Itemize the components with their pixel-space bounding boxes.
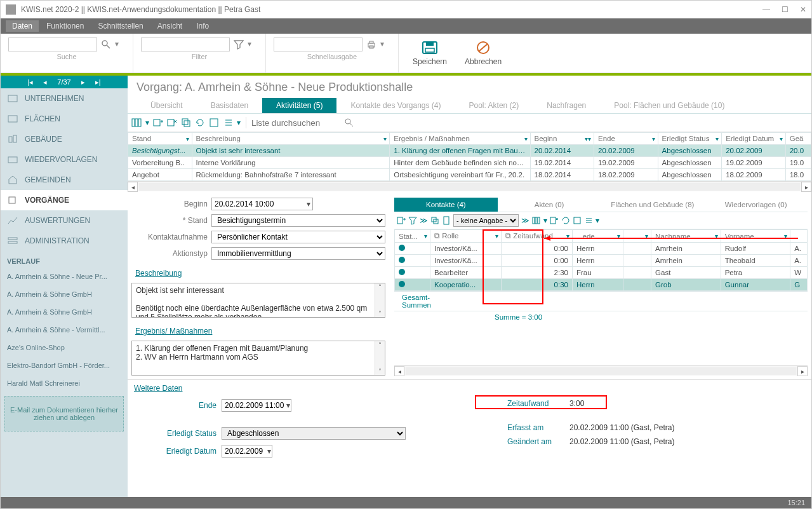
expand-icon[interactable] bbox=[573, 216, 582, 225]
table-row[interactable]: Bearbeiter2:30FrauGastPetraW bbox=[395, 267, 808, 279]
table-row[interactable]: Besichtigungst...Objekt ist sehr interes… bbox=[128, 145, 811, 157]
refresh-icon[interactable] bbox=[561, 216, 570, 225]
scroll-up-icon[interactable]: ˄ bbox=[378, 341, 382, 348]
tab-uebersicht[interactable]: Übersicht bbox=[136, 98, 197, 113]
verlauf-item[interactable]: Elektro-Bandorf GmbH - Förder... bbox=[1, 356, 128, 374]
sidebar-item-unternehmen[interactable]: UNTERNEHMEN bbox=[1, 88, 128, 109]
select-erl-status[interactable]: Abgeschlossen bbox=[222, 427, 406, 440]
verlauf-item[interactable]: Harald Matl Schreinerei bbox=[1, 374, 128, 392]
kcol-nachname[interactable]: Nachname▾ bbox=[651, 230, 721, 243]
chevron-down-icon[interactable]: ▾ bbox=[307, 200, 310, 208]
minimize-icon[interactable]: — bbox=[762, 5, 770, 14]
kcol-blank[interactable]: ...▾ bbox=[623, 230, 651, 243]
kcol-status[interactable]: Stat...▾ bbox=[395, 230, 430, 243]
sidebar-item-administration[interactable]: ADMINISTRATION bbox=[1, 231, 128, 251]
input-ende[interactable] bbox=[222, 399, 291, 412]
close-icon[interactable]: ✕ bbox=[800, 5, 806, 14]
remove-row-icon[interactable] bbox=[167, 118, 177, 128]
tab-pool-flaechen[interactable]: Pool: Flächen und Gebäude (10) bbox=[600, 98, 738, 113]
select-aktion[interactable]: Immobilienvermittlung bbox=[211, 247, 385, 260]
sidebar-item-gebaeude[interactable]: GEBÄUDE bbox=[1, 129, 128, 149]
select-stand[interactable]: Besichtigungstermin bbox=[211, 214, 385, 227]
kcol-anrede[interactable]: ...ede...▾ bbox=[572, 230, 623, 243]
save-button[interactable]: Speichern bbox=[413, 41, 447, 66]
search-icon[interactable] bbox=[101, 39, 111, 50]
nav-last-icon[interactable]: ▸| bbox=[95, 78, 101, 86]
scroll-up-icon[interactable]: ˄ bbox=[378, 283, 382, 290]
tab-aktivitaeten[interactable]: Aktivitäten (5) bbox=[262, 98, 336, 113]
menu-info[interactable]: Info bbox=[190, 20, 215, 32]
menu-funktionen[interactable]: Funktionen bbox=[40, 20, 90, 32]
quick-input[interactable] bbox=[274, 37, 363, 51]
filter-icon[interactable] bbox=[234, 39, 244, 50]
copy-icon[interactable] bbox=[181, 118, 191, 128]
expand-icon[interactable] bbox=[209, 118, 219, 128]
grid-hscroll[interactable]: ◂ ▸ bbox=[128, 181, 811, 191]
sidebar-item-vorgaenge[interactable]: VORGÄNGE bbox=[1, 190, 128, 210]
doc-icon[interactable] bbox=[442, 216, 451, 225]
copy-icon[interactable] bbox=[430, 216, 439, 225]
kcol-vorname[interactable]: Vorname▾ bbox=[721, 230, 790, 243]
verlauf-item[interactable]: A. Amrhein & Söhne - Neue Pr... bbox=[1, 268, 128, 285]
scroll-down-icon[interactable]: ˅ bbox=[378, 310, 382, 317]
input-beginn[interactable] bbox=[211, 198, 313, 210]
refresh-icon[interactable] bbox=[195, 118, 205, 128]
nav-first-icon[interactable]: |◂ bbox=[27, 78, 33, 86]
kcol-last[interactable] bbox=[790, 230, 808, 243]
scroll-left-icon[interactable]: ◂ bbox=[128, 182, 138, 192]
list-icon[interactable] bbox=[223, 118, 233, 128]
col-erl-datum[interactable]: Erledigt Datum▾ bbox=[722, 133, 786, 145]
cancel-button[interactable]: Abbrechen bbox=[465, 41, 502, 66]
col-ende[interactable]: Ende▾ bbox=[594, 133, 658, 145]
nav-prev-icon[interactable]: ◂ bbox=[43, 78, 47, 86]
tab-kontakte-vorgang[interactable]: Kontakte des Vorgangs (4) bbox=[336, 98, 455, 113]
verlauf-item[interactable]: A. Amrhein & Söhne GmbH bbox=[1, 303, 128, 321]
col-geaendert[interactable]: Geä bbox=[785, 133, 811, 145]
list-dropdown-icon[interactable]: ▾ bbox=[237, 118, 241, 127]
menu-daten[interactable]: Daten bbox=[6, 20, 39, 32]
table-row[interactable]: AngebotRückmeldung: Bahnhofstraße 7 inte… bbox=[128, 169, 811, 181]
col-ergebnis[interactable]: Ergebnis / Maßnahmen▾ bbox=[390, 133, 530, 145]
tab-basisdaten[interactable]: Basisdaten bbox=[197, 98, 262, 113]
subtab-kontakte[interactable]: Kontakte (4) bbox=[394, 198, 498, 212]
sidebar-item-wiedervorlagen[interactable]: WIEDERVORLAGEN bbox=[1, 149, 128, 170]
textarea-beschreibung[interactable]: Objekt ist sehr interessant Benötigt noc… bbox=[131, 283, 385, 318]
maximize-icon[interactable]: ☐ bbox=[782, 5, 789, 14]
textarea-ergebnis[interactable]: 1. Klärung der offenen Fragen mit Bauamt… bbox=[131, 341, 385, 376]
filter-dropdown-icon[interactable]: ▾ bbox=[248, 39, 258, 50]
chevron-down-icon[interactable]: ▾ bbox=[267, 447, 271, 456]
verlauf-item[interactable]: A. Amrhein & Söhne - Vermittl... bbox=[1, 321, 128, 339]
chevron-down-icon[interactable]: ▾ bbox=[596, 216, 599, 225]
print-icon[interactable] bbox=[366, 39, 376, 50]
add-row-icon[interactable] bbox=[397, 216, 406, 225]
col-stand[interactable]: Stand▾ bbox=[128, 133, 192, 145]
list-search-icon[interactable] bbox=[344, 118, 354, 128]
search-input[interactable] bbox=[8, 37, 97, 51]
table-row[interactable]: Investor/Kä...0:00HerrnAmrheinRudolfA. bbox=[395, 243, 808, 255]
list-search-input[interactable] bbox=[251, 116, 340, 129]
table-row[interactable]: Vorbereitung B..Interne VorklärungHinter… bbox=[128, 157, 811, 169]
remove-row-icon[interactable] bbox=[550, 216, 559, 225]
tab-pool-akten[interactable]: Pool: Akten (2) bbox=[455, 98, 533, 113]
input-erl-datum[interactable] bbox=[222, 445, 272, 458]
col-beginn[interactable]: Beginn▾▾ bbox=[530, 133, 594, 145]
mini-more2-icon[interactable]: ≫ bbox=[521, 216, 529, 225]
kont-hscroll[interactable]: ◂ ▸ bbox=[394, 365, 808, 376]
chevron-down-icon[interactable]: ▾ bbox=[286, 401, 290, 410]
menu-ansicht[interactable]: Ansicht bbox=[151, 20, 189, 32]
email-dropzone[interactable]: E-Mail zum Dokumentieren hierher ziehen … bbox=[4, 396, 124, 431]
sidebar-item-gemeinden[interactable]: GEMEINDEN bbox=[1, 170, 128, 190]
verlauf-item[interactable]: A. Amrhein & Söhne GmbH bbox=[1, 285, 128, 303]
filter-input[interactable] bbox=[141, 37, 230, 51]
scroll-right-icon[interactable]: ▸ bbox=[797, 366, 808, 376]
filter-icon[interactable] bbox=[408, 216, 417, 225]
quick-dropdown-icon[interactable]: ▾ bbox=[380, 39, 390, 50]
chevron-down-icon[interactable]: ▾ bbox=[543, 216, 547, 225]
subtab-wv[interactable]: Wiedervorlagen (0) bbox=[704, 198, 808, 212]
menu-schnittstellen[interactable]: Schnittstellen bbox=[91, 20, 149, 32]
sidebar-item-auswertungen[interactable]: AUSWERTUNGEN bbox=[1, 210, 128, 231]
table-row[interactable]: Investor/Kä...0:00HerrnAmrheinTheobaldA. bbox=[395, 255, 808, 267]
scroll-right-icon[interactable]: ▸ bbox=[801, 182, 811, 192]
scroll-left-icon[interactable]: ◂ bbox=[394, 366, 404, 376]
scroll-down-icon[interactable]: ˅ bbox=[378, 368, 382, 375]
